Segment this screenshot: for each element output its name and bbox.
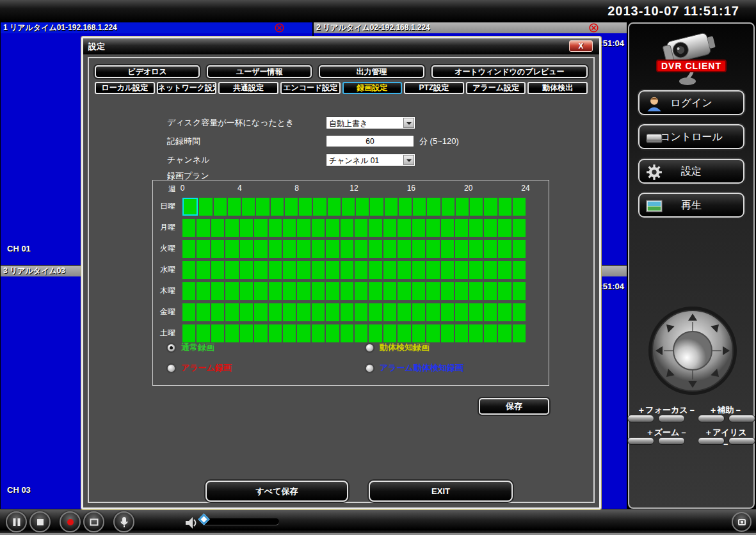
schedule-cell[interactable] <box>469 303 482 321</box>
schedule-cell[interactable] <box>513 198 526 216</box>
schedule-cell[interactable] <box>355 261 367 279</box>
tab-ユーザー情報[interactable]: ユーザー情報 <box>207 65 312 78</box>
schedule-cell[interactable] <box>271 198 284 216</box>
exit-button[interactable]: EXIT <box>369 481 513 502</box>
schedule-cell[interactable] <box>225 282 238 300</box>
schedule-cell[interactable] <box>211 324 224 342</box>
schedule-cell[interactable] <box>242 198 255 216</box>
schedule-cell[interactable] <box>498 324 511 342</box>
schedule-cell[interactable] <box>341 261 353 279</box>
save-button[interactable]: 保存 <box>479 398 549 415</box>
schedule-cell[interactable] <box>283 261 296 279</box>
schedule-cell[interactable] <box>312 261 325 279</box>
schedule-cell[interactable] <box>484 303 497 321</box>
schedule-cell[interactable] <box>499 198 511 216</box>
schedule-cell[interactable] <box>283 240 296 258</box>
schedule-cell[interactable] <box>328 198 341 216</box>
aux-minus-button[interactable] <box>728 415 755 422</box>
schedule-cell[interactable] <box>297 282 310 300</box>
radio-icon[interactable] <box>366 364 374 372</box>
schedule-cell[interactable] <box>355 303 367 321</box>
schedule-cell[interactable] <box>498 261 511 279</box>
schedule-cell[interactable] <box>326 303 339 321</box>
settings-button[interactable]: 設定 <box>638 159 744 184</box>
schedule-cell[interactable] <box>297 240 310 258</box>
tab-アラーム設定[interactable]: アラーム設定 <box>466 82 526 94</box>
record-time-input[interactable] <box>326 135 414 147</box>
schedule-cell[interactable] <box>398 219 410 237</box>
schedule-cell[interactable] <box>498 219 511 237</box>
schedule-cell[interactable] <box>312 282 325 300</box>
schedule-cell[interactable] <box>370 198 383 216</box>
schedule-cell[interactable] <box>254 261 267 279</box>
schedule-cell[interactable] <box>412 219 425 237</box>
tab-オートウィンドウのプレビュー[interactable]: オートウィンドウのプレビュー <box>431 65 588 78</box>
schedule-cell[interactable] <box>254 303 267 321</box>
schedule-cell[interactable] <box>240 219 253 237</box>
schedule-cell[interactable] <box>342 198 355 216</box>
schedule-cell[interactable] <box>513 282 526 300</box>
schedule-cell[interactable] <box>441 219 454 237</box>
schedule-cell[interactable] <box>498 303 511 321</box>
focus-minus-button[interactable] <box>658 415 685 422</box>
schedule-cell[interactable] <box>254 219 267 237</box>
schedule-cell[interactable] <box>356 198 369 216</box>
schedule-cell[interactable] <box>469 240 482 258</box>
schedule-cell[interactable] <box>297 324 310 342</box>
schedule-cell[interactable] <box>341 240 353 258</box>
schedule-cell[interactable] <box>383 219 396 237</box>
schedule-cell[interactable] <box>426 219 439 237</box>
schedule-cell[interactable] <box>383 240 396 258</box>
schedule-cell[interactable] <box>269 219 282 237</box>
radio-icon[interactable] <box>167 364 175 372</box>
schedule-cell[interactable] <box>456 198 469 216</box>
schedule-cell[interactable] <box>442 198 454 216</box>
schedule-cell[interactable] <box>513 261 526 279</box>
schedule-cell[interactable] <box>299 198 312 216</box>
ptz-joystick[interactable] <box>647 305 738 396</box>
schedule-cell[interactable] <box>341 324 353 342</box>
schedule-cell[interactable] <box>369 282 382 300</box>
schedule-cell[interactable] <box>441 303 454 321</box>
pause-button[interactable] <box>6 511 27 532</box>
schedule-cell[interactable] <box>498 282 511 300</box>
schedule-cell[interactable] <box>182 261 195 279</box>
cycle-view-button[interactable] <box>83 511 104 532</box>
schedule-cell[interactable] <box>269 303 282 321</box>
schedule-cell[interactable] <box>383 303 396 321</box>
schedule-cell[interactable] <box>211 303 224 321</box>
record-mode-option[interactable]: アラーム録画 <box>167 362 366 374</box>
schedule-cell[interactable] <box>211 261 224 279</box>
radio-icon[interactable] <box>167 344 175 352</box>
schedule-cell[interactable] <box>441 261 454 279</box>
zoom-plus-button[interactable] <box>627 437 654 445</box>
disconnect-icon[interactable] <box>589 23 599 33</box>
schedule-cell[interactable] <box>225 261 238 279</box>
schedule-cell[interactable] <box>412 261 425 279</box>
schedule-cell[interactable] <box>254 240 267 258</box>
schedule-cell[interactable] <box>240 240 253 258</box>
schedule-cell[interactable] <box>240 261 253 279</box>
schedule-cell[interactable] <box>326 261 339 279</box>
schedule-cell[interactable] <box>426 261 439 279</box>
chevron-down-icon[interactable] <box>403 118 414 128</box>
radio-icon[interactable] <box>366 344 374 352</box>
control-button[interactable]: コントロール <box>638 124 744 149</box>
schedule-cell[interactable] <box>240 324 253 342</box>
talk-button[interactable] <box>113 511 134 532</box>
schedule-cell[interactable] <box>197 303 209 321</box>
schedule-cell[interactable] <box>313 198 326 216</box>
schedule-cell[interactable] <box>254 282 267 300</box>
schedule-cell[interactable] <box>214 198 227 216</box>
schedule-cell[interactable] <box>283 324 296 342</box>
schedule-cell[interactable] <box>211 219 224 237</box>
schedule-cell[interactable] <box>182 240 195 258</box>
schedule-cell[interactable] <box>513 219 526 237</box>
schedule-cell[interactable] <box>484 198 497 216</box>
schedule-cell[interactable] <box>426 282 439 300</box>
schedule-cell[interactable] <box>398 261 410 279</box>
schedule-cell[interactable] <box>197 261 209 279</box>
schedule-cell[interactable] <box>355 219 367 237</box>
schedule-cell[interactable] <box>355 324 367 342</box>
schedule-cell[interactable] <box>369 219 382 237</box>
